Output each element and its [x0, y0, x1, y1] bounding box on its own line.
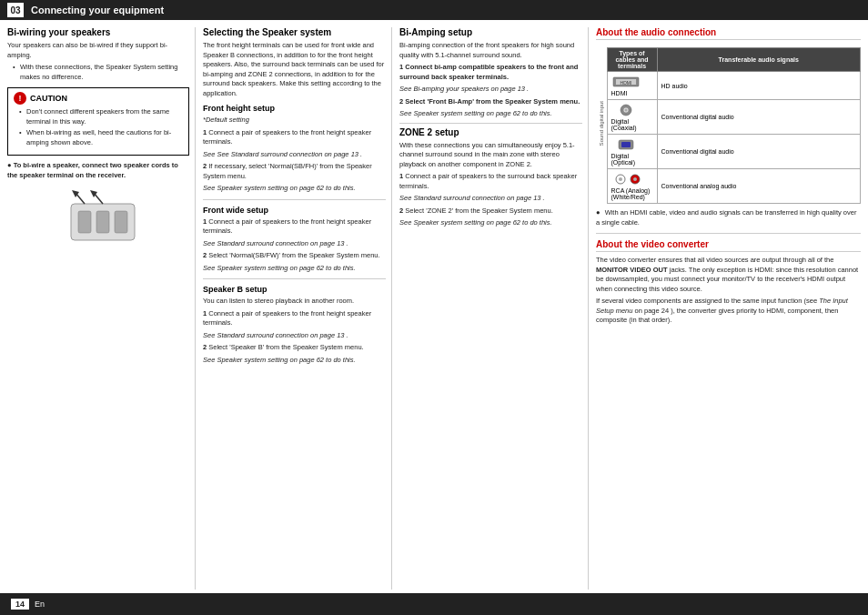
- zone2-title: ZONE 2 setup: [399, 127, 582, 137]
- audio-table-row: Digital (Optical)Conventional digital au…: [607, 135, 860, 169]
- biamp-step1: 1 Connect bi-amp compatible speakers to …: [399, 63, 582, 82]
- speaker-illustration: [62, 186, 135, 249]
- caution-title: ! CAUTION: [14, 92, 183, 105]
- speaker-system-intro: The front height terminals can be used f…: [203, 41, 386, 98]
- speaker-b-intro: You can listen to stereo playback in ano…: [203, 297, 386, 307]
- biamp-title: Bi-Amping setup: [399, 27, 582, 37]
- audio-connection-section: About the audio connection Sound digital…: [596, 27, 861, 227]
- divider-2: [203, 278, 386, 279]
- footer-bar: 14 En: [0, 593, 868, 615]
- caution-item-2: When bi-wiring as well, heed the caution…: [19, 128, 183, 147]
- front-height-default: *Default setting: [203, 116, 386, 126]
- table-header-signals: Transferable audio signals: [657, 48, 860, 72]
- speaker-b-step1-ref: See Standard surround connection on page…: [203, 331, 386, 341]
- biamp-intro: Bi-amping connection of the front speake…: [399, 41, 582, 60]
- biamp-step1-ref: See Bi-amping your speakers on page 13 .: [399, 85, 582, 95]
- section-divider: [596, 233, 861, 234]
- biamp-step2-ref: See Speaker system setting on page 62 to…: [399, 109, 582, 119]
- signal-cell: Conventional digital audio: [657, 135, 860, 169]
- table-header-cables: Types of cables and terminals: [607, 48, 657, 72]
- biamp-step2: 2 Select 'Front Bi-Amp' from the Speaker…: [399, 97, 582, 107]
- col-biamp-zone2: Bi-Amping setup Bi-amping connection of …: [391, 27, 582, 590]
- biwiring-intro: Your speakers can also be bi-wired if th…: [7, 41, 189, 60]
- svg-text:HDMI: HDMI: [620, 80, 631, 86]
- language-label: En: [35, 600, 45, 609]
- bullet-icon: ●: [596, 208, 601, 217]
- zone2-step2: 2 Select 'ZONE 2' from the Speaker Syste…: [399, 207, 582, 217]
- header-bar: 03 Connecting your equipment: [0, 0, 868, 20]
- zone2-step2-ref: See Speaker system setting on page 62 to…: [399, 218, 582, 228]
- speaker-b-title: Speaker B setup: [203, 285, 386, 294]
- signal-cell: Conventional analog audio: [657, 169, 860, 204]
- connector-cell: HDMIHDMI: [607, 72, 657, 100]
- svg-point-17: [619, 177, 622, 181]
- svg-rect-2: [96, 211, 109, 233]
- speaker-b-step1: 1 Connect a pair of speakers to the fron…: [203, 309, 386, 328]
- audio-table-row: Digital (Coaxial)Conventional digital au…: [607, 100, 860, 135]
- biwire-bold: ● To bi-wire a speaker, connect two spea…: [7, 161, 178, 179]
- front-height-step1-ref: See See Standard surround connection on …: [203, 150, 386, 160]
- page-number: 14: [11, 599, 29, 610]
- biwiring-bullet-1: With these connections, the Speaker Syst…: [13, 63, 189, 82]
- zone2-divider: [399, 123, 582, 124]
- svg-point-13: [624, 109, 627, 112]
- caution-item-1: Don't connect different speakers from th…: [19, 107, 183, 126]
- connector-cell: Digital (Coaxial): [607, 100, 657, 135]
- connector-cell: Digital (Optical): [607, 135, 657, 169]
- speaker-system-title: Selecting the Speaker system: [203, 27, 386, 37]
- caution-list: Don't connect different speakers from th…: [14, 107, 183, 147]
- audio-connection-title: About the audio connection: [596, 27, 861, 40]
- caution-box: ! CAUTION Don't connect different speake…: [7, 87, 189, 156]
- chapter-title: Connecting your equipment: [31, 5, 164, 15]
- front-height-step2-ref: See Speaker system setting on page 62 to…: [203, 184, 386, 194]
- signal-cell: HD audio: [657, 72, 860, 100]
- divider-1: [203, 199, 386, 200]
- biwiring-title: Bi-wiring your speakers: [7, 27, 189, 37]
- speaker-b-step2: 2 Select 'Speaker B' from the Speaker Sy…: [203, 343, 386, 353]
- biwire-instruction: ● To bi-wire a speaker, connect two spea…: [7, 161, 189, 180]
- margin-label: Sound digital input: [599, 101, 604, 146]
- audio-note: ● With an HDMI cable, video and audio si…: [596, 208, 861, 227]
- front-wide-step2-ref: See Speaker system setting on page 62 to…: [203, 264, 386, 274]
- front-wide-step1: 1 Connect a pair of speakers to the fron…: [203, 217, 386, 237]
- margin-label-wrapper: Sound digital input: [596, 44, 607, 204]
- caution-label: CAUTION: [30, 94, 67, 103]
- svg-rect-3: [115, 211, 127, 233]
- col-about: About the audio connection Sound digital…: [588, 27, 861, 590]
- col-biwiring: Bi-wiring your speakers Your speakers ca…: [7, 27, 189, 590]
- col-speaker-system: Selecting the Speaker system The front h…: [195, 27, 386, 590]
- biwiring-bullets: With these connections, the Speaker Syst…: [7, 63, 189, 82]
- front-wide-title: Front wide setup: [203, 206, 386, 215]
- svg-rect-15: [621, 142, 631, 147]
- audio-note-text: With an HDMI cable, video and audio sign…: [596, 208, 856, 227]
- video-converter-title: About the video converter: [596, 239, 861, 252]
- zone2-step1-ref: See Standard surround connection on page…: [399, 194, 582, 204]
- video-converter-section: About the video converter The video conv…: [596, 239, 861, 326]
- chapter-number: 03: [7, 3, 24, 17]
- front-height-step1: 1 Connect a pair of speakers to the fron…: [203, 128, 386, 147]
- front-wide-step1-ref: See Standard surround connection on page…: [203, 239, 386, 249]
- front-height-title: Front height setup: [203, 104, 386, 113]
- zone2-intro: With these connections you can simultane…: [399, 141, 582, 170]
- svg-point-19: [633, 177, 637, 181]
- caution-icon: !: [14, 92, 26, 105]
- main-content: Bi-wiring your speakers Your speakers ca…: [0, 20, 868, 593]
- audio-table-row: HDMIHDMIHD audio: [607, 72, 860, 100]
- connector-cell: RCA (Analog) (White/Red): [607, 169, 657, 204]
- speaker-b-step2-ref: See Speaker system setting on page 62 to…: [203, 356, 386, 366]
- video-text-2: If several video components are assigned…: [596, 297, 861, 326]
- video-text-1: The video converter ensures that all vid…: [596, 256, 861, 294]
- svg-rect-1: [78, 211, 91, 233]
- audio-table-wrapper: Sound digital input Types of cables and …: [596, 44, 861, 204]
- front-wide-step2: 2 Select 'Normal(SB/FW)' from the Speake…: [203, 251, 386, 261]
- audio-table-row: RCA (Analog) (White/Red)Conventional ana…: [607, 169, 860, 204]
- front-height-step2: 2 If necessary, select 'Normal(SB/FH)' f…: [203, 162, 386, 181]
- zone2-step1: 1 Connect a pair of speakers to the surr…: [399, 172, 582, 191]
- audio-connections-table: Types of cables and terminals Transferab…: [607, 47, 861, 204]
- signal-cell: Conventional digital audio: [657, 100, 860, 135]
